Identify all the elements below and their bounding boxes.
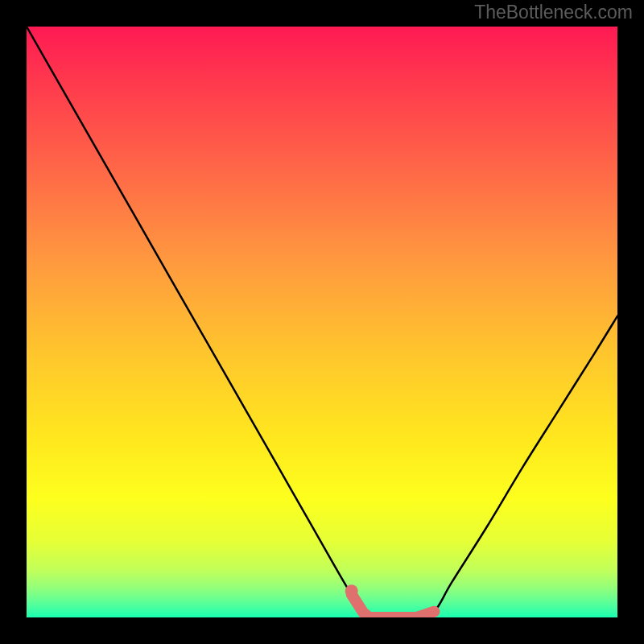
- highlight-layer: [27, 27, 617, 617]
- highlight-start-dot: [345, 584, 358, 597]
- chart-container: TheBottleneck.com: [0, 0, 644, 644]
- bottom-highlight: [352, 594, 435, 617]
- plot-area: [27, 27, 617, 617]
- watermark-text: TheBottleneck.com: [474, 2, 633, 23]
